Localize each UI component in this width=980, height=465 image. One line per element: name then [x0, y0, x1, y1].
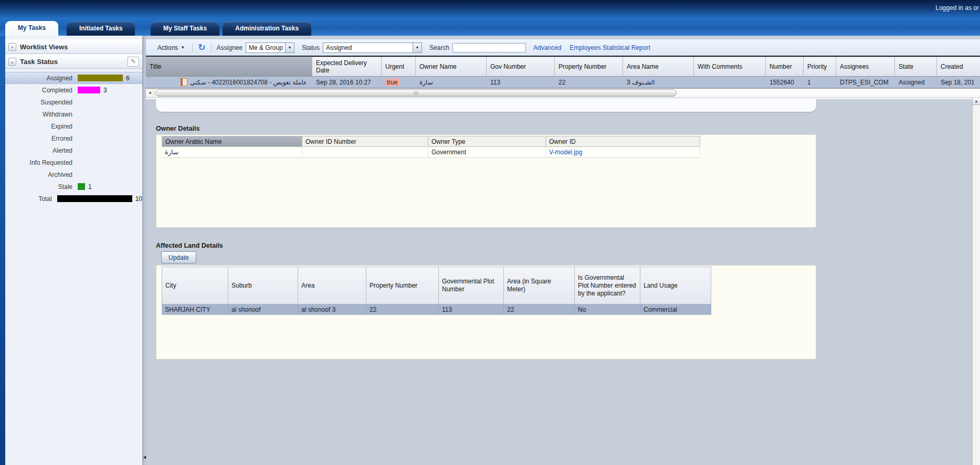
owner-column-header[interactable]: Owner Arabic Name	[162, 136, 302, 147]
tab-initiated-tasks[interactable]: Initiated Tasks	[67, 22, 135, 36]
task-column-header[interactable]: Priority	[804, 57, 836, 77]
scroll-left-icon[interactable]: ◄	[146, 89, 154, 97]
task-column-header[interactable]: Area Name	[623, 57, 694, 77]
task-column-header[interactable]: Assignees	[836, 57, 895, 77]
owner-details-title: Owner Details	[156, 125, 199, 132]
status-label: Withdrawn	[5, 111, 72, 118]
logged-in-as: Logged in as or	[935, 4, 979, 12]
status-select[interactable]: Assigned ▼	[323, 43, 422, 53]
land-cell: 22	[504, 304, 575, 315]
chevron-down-icon: ▼	[181, 45, 185, 50]
tab-my-staff-tasks[interactable]: My Staff Tasks	[151, 22, 219, 36]
search-input[interactable]	[452, 43, 526, 52]
task-status-header[interactable]: ⌄ Task Status ✎	[5, 54, 142, 69]
toolbar: Actions ▼ ↻ Assignee Me & Group ▼ Status…	[146, 39, 980, 57]
land-column-header[interactable]: Area	[298, 267, 366, 304]
edit-pencil-icon[interactable]: ✎	[128, 57, 139, 67]
owner-column-header[interactable]: Owner ID	[546, 136, 700, 147]
tab-administration-tasks[interactable]: Administration Tasks	[223, 22, 311, 36]
task-table-row[interactable]: عاملة تعويض - 4022016001824708 - سكنيSep…	[146, 77, 980, 88]
status-label: Status	[302, 44, 320, 51]
land-column-header[interactable]: Suburb	[228, 267, 298, 304]
update-button[interactable]: Update	[161, 251, 196, 263]
collapse-icon[interactable]: ⌄	[8, 58, 16, 66]
task-column-header[interactable]: Created	[937, 57, 980, 77]
worklist-views-title: Worklist Views	[20, 43, 68, 51]
task-cell: Assigned	[895, 77, 937, 88]
vertical-scrollbar[interactable]: ▲	[972, 98, 980, 465]
owner-cell: Government	[428, 147, 546, 158]
task-status-list: Assigned6Completed3SuspendedWithdrawnExp…	[5, 69, 142, 205]
task-column-header[interactable]: Urgent	[382, 57, 416, 77]
land-column-header[interactable]: City	[162, 267, 228, 304]
task-table-header: TitleExpected Delivery DateUrgentOwner N…	[146, 57, 980, 77]
app-header: Logged in as or My Tasks Initiated Tasks…	[0, 0, 980, 36]
status-count: 6	[126, 75, 130, 82]
status-bar	[78, 75, 123, 81]
status-row-assigned[interactable]: Assigned6	[5, 72, 142, 84]
land-cell: al shonoof 3	[298, 304, 366, 315]
land-column-header[interactable]: Property Number	[366, 267, 439, 304]
land-cell: 113	[439, 304, 504, 315]
owner-details-panel: Owner Arabic NameOwner ID NumberOwner Ty…	[156, 134, 816, 228]
actions-button[interactable]: Actions ▼	[155, 43, 187, 52]
task-cell: الشـنوف 3	[623, 77, 694, 88]
search-label: Search	[429, 44, 449, 51]
task-column-header[interactable]: State	[895, 57, 937, 77]
task-column-header[interactable]: With Comments	[694, 57, 766, 77]
chevron-down-icon[interactable]: ▼	[286, 43, 294, 53]
scroll-up-icon[interactable]: ▲	[973, 98, 980, 105]
land-column-header[interactable]: Is Governmental Plot Number entered by t…	[575, 267, 640, 304]
status-bar-wrap: 1	[78, 183, 92, 191]
status-label: Completed	[5, 87, 72, 94]
land-table-row[interactable]: SHARJAH CITYal shonoofal shonoof 3221132…	[162, 304, 711, 315]
task-cell: Sep 28, 2016 10:27	[312, 77, 382, 88]
task-cell: 22	[555, 77, 623, 88]
task-cell: سارة	[416, 77, 487, 88]
status-row-withdrawn[interactable]: Withdrawn	[5, 108, 142, 120]
task-column-header[interactable]: Gov Number	[487, 57, 555, 77]
toolbar-separator	[192, 43, 193, 52]
task-column-header[interactable]: Owner Name	[416, 57, 487, 77]
task-column-header[interactable]: Property Number	[555, 57, 623, 77]
task-column-header[interactable]: Expected Delivery Date	[312, 57, 382, 77]
horizontal-scrollbar[interactable]: ◄	[146, 88, 980, 98]
task-item-icon	[181, 78, 187, 86]
status-label: Alerted	[5, 147, 72, 154]
status-row-stale[interactable]: Stale1	[5, 181, 142, 193]
tab-my-tasks[interactable]: My Tasks	[5, 21, 58, 36]
status-row-total[interactable]: Total10	[5, 193, 142, 205]
employees-statistical-report-link[interactable]: Employees Statistical Report	[570, 44, 650, 51]
affected-land-details-title: Affected Land Details	[156, 242, 223, 249]
splitter-collapse-icon[interactable]: ◄	[142, 455, 147, 460]
status-bar	[78, 183, 85, 190]
owner-column-header[interactable]: Owner ID Number	[302, 136, 428, 147]
status-row-expired[interactable]: Expired	[5, 120, 142, 132]
land-column-header[interactable]: Land Usage	[640, 267, 711, 304]
owner-id-link[interactable]: V-model.jpg	[549, 149, 582, 156]
main-content: Actions ▼ ↻ Assignee Me & Group ▼ Status…	[146, 36, 980, 465]
status-row-suspended[interactable]: Suspended	[5, 96, 142, 108]
land-column-header[interactable]: Area (in Square Meter)	[504, 267, 575, 304]
task-column-header[interactable]: Title	[146, 57, 312, 77]
refresh-icon[interactable]: ↻	[198, 43, 205, 52]
task-details-pane: ▲ Owner Details Owner Arabic NameOwner I…	[146, 98, 980, 465]
status-value[interactable]: Assigned	[323, 43, 413, 53]
task-cell: 1552640	[766, 77, 804, 88]
status-row-errored[interactable]: Errored	[5, 132, 142, 144]
chevron-down-icon[interactable]: ▼	[413, 43, 422, 53]
expand-icon[interactable]: ›	[8, 43, 16, 51]
assignee-select[interactable]: Me & Group ▼	[246, 43, 294, 53]
land-cell: No	[575, 304, 640, 315]
land-column-header[interactable]: Governmental Plot Number	[439, 267, 504, 304]
status-row-completed[interactable]: Completed3	[5, 84, 142, 96]
scrollbar-thumb[interactable]	[155, 89, 677, 97]
worklist-views-header[interactable]: › Worklist Views	[5, 39, 142, 54]
advanced-link[interactable]: Advanced	[533, 44, 561, 51]
assignee-value[interactable]: Me & Group	[246, 43, 286, 53]
status-row-archived[interactable]: Archived	[5, 168, 142, 181]
owner-column-header[interactable]: Owner Type	[428, 136, 546, 147]
status-row-alerted[interactable]: Alerted	[5, 144, 142, 156]
status-row-info-requested[interactable]: Info Requested	[5, 156, 142, 168]
task-column-header[interactable]: Number	[766, 57, 804, 77]
